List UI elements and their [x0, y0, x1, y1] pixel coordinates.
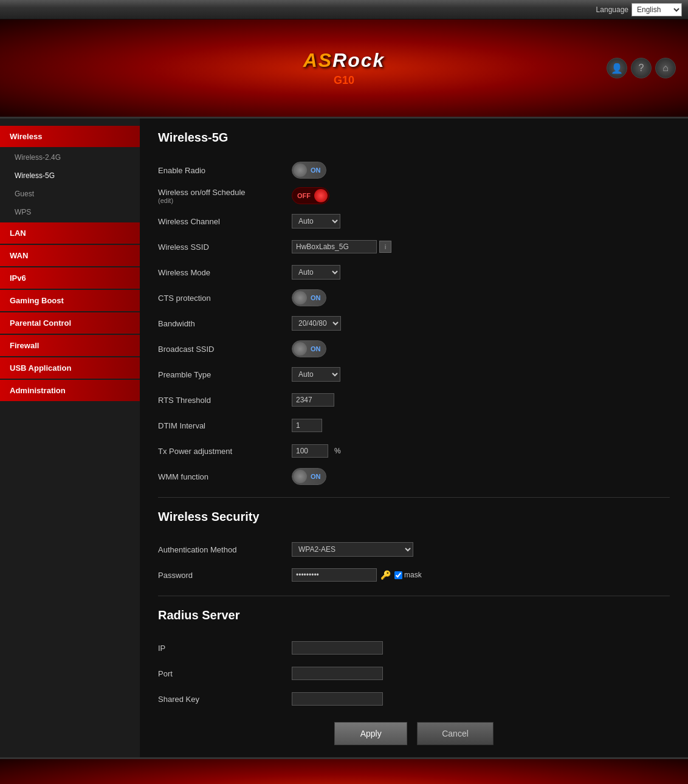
content-area: Wireless-5G Enable Radio ON Wireless on/… [140, 119, 688, 757]
tx-power-row: Tx Power adjustment % [158, 442, 670, 459]
wmm-function-label: WMM function [158, 472, 292, 481]
main-container: Wireless Wireless-2.4G Wireless-5G Guest… [0, 117, 688, 759]
mask-label: mask [404, 571, 422, 579]
footer-banner: ASRock [0, 759, 688, 784]
radius-server-section: Radius Server IP Port Shared Key [158, 608, 670, 707]
tx-power-input[interactable] [292, 444, 328, 458]
sidebar-item-firewall[interactable]: Firewall [0, 335, 140, 356]
help-icon-button[interactable]: ? [631, 58, 652, 78]
radius-port-row: Port [158, 665, 670, 682]
sidebar: Wireless Wireless-2.4G Wireless-5G Guest… [0, 119, 140, 757]
password-label: Password [158, 571, 292, 580]
wireless-security-section: Wireless Security Authentication Method … [158, 510, 670, 583]
percent-label: % [334, 447, 341, 455]
language-select[interactable]: English Chinese Japanese [631, 3, 682, 16]
cts-protection-toggle[interactable]: ON [292, 289, 326, 306]
wifi-schedule-edit[interactable]: (edit) [158, 197, 292, 204]
radius-sharedkey-control [292, 692, 383, 706]
apply-button[interactable]: Apply [334, 722, 407, 745]
preamble-type-select[interactable]: Auto Short Long [292, 367, 340, 382]
wireless-channel-label: Wireless Channel [158, 217, 292, 226]
wireless-ssid-row: Wireless SSID i [158, 238, 670, 255]
rts-threshold-control [292, 393, 334, 407]
wireless-ssid-input[interactable] [292, 240, 377, 253]
wmm-toggle-knob [294, 470, 307, 483]
radius-ip-input[interactable] [292, 641, 383, 655]
page-title: Wireless-5G [158, 131, 670, 150]
sidebar-item-administration[interactable]: Administration [0, 380, 140, 401]
sidebar-item-wireless-5g[interactable]: Wireless-5G [0, 167, 140, 185]
wireless-mode-select[interactable]: Auto N AC [292, 265, 340, 280]
radius-port-label: Port [158, 669, 292, 678]
dtim-interval-control [292, 419, 322, 432]
preamble-type-row: Preamble Type Auto Short Long [158, 366, 670, 383]
auth-method-select[interactable]: WPA2-AES WPA-AES WEP Open [292, 542, 413, 557]
broadcast-toggle-knob [294, 342, 307, 356]
radius-port-control [292, 667, 383, 680]
bandwidth-control: 20/40/80 20 40 80 [292, 316, 341, 331]
header-logo: ASRock G10 [303, 49, 385, 87]
password-key-icon[interactable]: 🔑 [380, 570, 391, 580]
sidebar-item-parental-control[interactable]: Parental Control [0, 312, 140, 334]
sidebar-item-lan[interactable]: LAN [0, 222, 140, 244]
radius-ip-row: IP [158, 639, 670, 656]
wmm-function-toggle[interactable]: ON [292, 468, 326, 485]
wireless-channel-control: Auto 36 40 44 [292, 214, 340, 229]
rts-threshold-input[interactable] [292, 393, 334, 407]
ssid-info-icon[interactable]: i [379, 241, 391, 253]
broadcast-ssid-control: ON [292, 340, 326, 357]
preamble-type-control: Auto Short Long [292, 367, 340, 382]
dtim-interval-input[interactable] [292, 419, 322, 432]
top-bar: Language English Chinese Japanese [0, 0, 688, 19]
sidebar-item-wps[interactable]: WPS [0, 203, 140, 221]
wireless-ssid-label: Wireless SSID [158, 242, 292, 252]
wifi-schedule-toggle[interactable]: OFF [292, 187, 329, 204]
sidebar-item-usb-application[interactable]: USB Application [0, 357, 140, 379]
radius-sharedkey-label: Shared Key [158, 695, 292, 704]
radius-port-input[interactable] [292, 667, 383, 680]
wireless-channel-select[interactable]: Auto 36 40 44 [292, 214, 340, 229]
toggle-knob [294, 163, 307, 177]
wireless-mode-label: Wireless Mode [158, 268, 292, 277]
wifi-schedule-label: Wireless on/off Schedule (edit) [158, 188, 292, 204]
bandwidth-label: Bandwidth [158, 319, 292, 328]
header-icon-group: 👤 ? ⌂ [607, 58, 676, 78]
mask-checkbox[interactable] [394, 571, 402, 579]
password-row: Password 🔑 mask [158, 566, 670, 583]
action-button-row: Apply Cancel [158, 722, 670, 745]
sidebar-item-wireless[interactable]: Wireless [0, 126, 140, 147]
sidebar-item-ipv6[interactable]: IPv6 [0, 267, 140, 289]
radius-sharedkey-input[interactable] [292, 692, 383, 706]
sidebar-item-wan[interactable]: WAN [0, 245, 140, 266]
enable-radio-row: Enable Radio ON [158, 162, 670, 179]
bandwidth-row: Bandwidth 20/40/80 20 40 80 [158, 315, 670, 332]
radius-sharedkey-row: Shared Key [158, 690, 670, 707]
auth-method-control: WPA2-AES WPA-AES WEP Open [292, 542, 413, 557]
toggle-off-knob [314, 189, 328, 202]
radius-ip-label: IP [158, 644, 292, 653]
rts-threshold-row: RTS Threshold [158, 391, 670, 408]
cts-protection-control: ON [292, 289, 326, 306]
sidebar-item-guest[interactable]: Guest [0, 185, 140, 203]
dtim-interval-row: DTIM Interval [158, 417, 670, 434]
broadcast-ssid-toggle[interactable]: ON [292, 340, 326, 357]
section-divider-2 [158, 596, 670, 596]
password-input[interactable] [292, 568, 377, 582]
user-icon-button[interactable]: 👤 [607, 58, 627, 78]
radius-section-title: Radius Server [158, 608, 670, 627]
enable-radio-toggle[interactable]: ON [292, 162, 326, 179]
language-label: Language [596, 5, 628, 14]
password-control: 🔑 mask [292, 568, 422, 582]
enable-radio-control: ON [292, 162, 326, 179]
broadcast-ssid-label: Broadcast SSID [158, 345, 292, 354]
sidebar-item-wireless-24g[interactable]: Wireless-2.4G [0, 148, 140, 167]
broadcast-ssid-row: Broadcast SSID ON [158, 340, 670, 357]
sidebar-item-gaming-boost[interactable]: Gaming Boost [0, 290, 140, 311]
auth-method-label: Authentication Method [158, 545, 292, 554]
cancel-button[interactable]: Cancel [417, 722, 494, 745]
home-icon-button[interactable]: ⌂ [655, 58, 676, 78]
security-section-title: Wireless Security [158, 510, 670, 529]
mask-checkbox-group: mask [394, 571, 422, 579]
bandwidth-select[interactable]: 20/40/80 20 40 80 [292, 316, 341, 331]
brand-name: ASRock [303, 49, 385, 72]
